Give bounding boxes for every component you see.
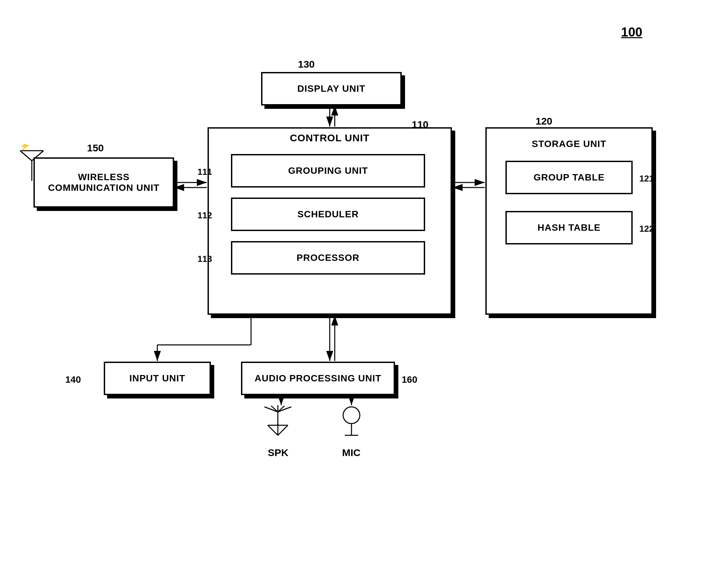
- input-unit-label: INPUT UNIT: [129, 373, 185, 384]
- storage-unit-label: STORAGE UNIT: [487, 139, 651, 149]
- grouping-unit-ref: 111: [197, 167, 212, 177]
- mic-label: MIC: [342, 447, 361, 458]
- group-table-box: GROUP TABLE: [505, 161, 633, 194]
- svg-line-5: [268, 425, 278, 435]
- processor-label: PROCESSOR: [297, 252, 360, 263]
- processor-ref: 113: [197, 254, 212, 264]
- hash-table-box: HASH TABLE: [505, 211, 633, 245]
- grouping-unit-box: GROUPING UNIT: [231, 154, 425, 188]
- svg-line-7: [278, 425, 288, 435]
- grouping-unit-label: GROUPING UNIT: [288, 165, 368, 176]
- mic-icon: [338, 405, 365, 439]
- control-unit-ref: 110: [412, 119, 429, 130]
- input-unit-box: INPUT UNIT: [104, 362, 211, 395]
- storage-unit-ref: 120: [536, 115, 552, 127]
- svg-line-10: [264, 407, 278, 412]
- wireless-unit-label: WIRELESS COMMUNICATION UNIT: [35, 172, 173, 193]
- processor-box: PROCESSOR: [231, 241, 425, 275]
- svg-point-15: [343, 407, 360, 424]
- wireless-unit-ref: 150: [87, 142, 104, 154]
- audio-unit-label: AUDIO PROCESSING UNIT: [255, 373, 382, 384]
- control-unit-label: CONTROL UNIT: [211, 132, 449, 144]
- hash-table-label: HASH TABLE: [538, 222, 601, 233]
- scheduler-label: SCHEDULER: [297, 209, 359, 220]
- audio-unit-box: AUDIO PROCESSING UNIT: [241, 362, 395, 395]
- diagram-container: 100 DISPLAY UNIT 130 CONTROL UNIT 110 GR…: [0, 0, 716, 588]
- speaker-icon: [261, 405, 295, 439]
- antenna-icon: ⚡: [18, 144, 45, 184]
- scheduler-box: SCHEDULER: [231, 197, 425, 231]
- svg-line-14: [278, 407, 291, 412]
- audio-unit-ref: 160: [402, 374, 417, 385]
- spk-label: SPK: [268, 447, 288, 458]
- main-ref-label: 100: [621, 25, 642, 40]
- svg-line-2: [32, 151, 44, 161]
- scheduler-ref: 112: [197, 210, 212, 220]
- wireless-unit-box: WIRELESS COMMUNICATION UNIT: [34, 158, 174, 208]
- hash-table-ref: 122: [639, 224, 654, 234]
- display-unit-label: DISPLAY UNIT: [297, 83, 365, 94]
- group-table-label: GROUP TABLE: [534, 172, 605, 183]
- svg-line-1: [20, 151, 32, 161]
- display-unit-box: DISPLAY UNIT: [261, 72, 402, 105]
- group-table-ref: 121: [639, 173, 654, 184]
- input-unit-ref: 140: [65, 374, 81, 385]
- display-unit-ref: 130: [298, 59, 314, 70]
